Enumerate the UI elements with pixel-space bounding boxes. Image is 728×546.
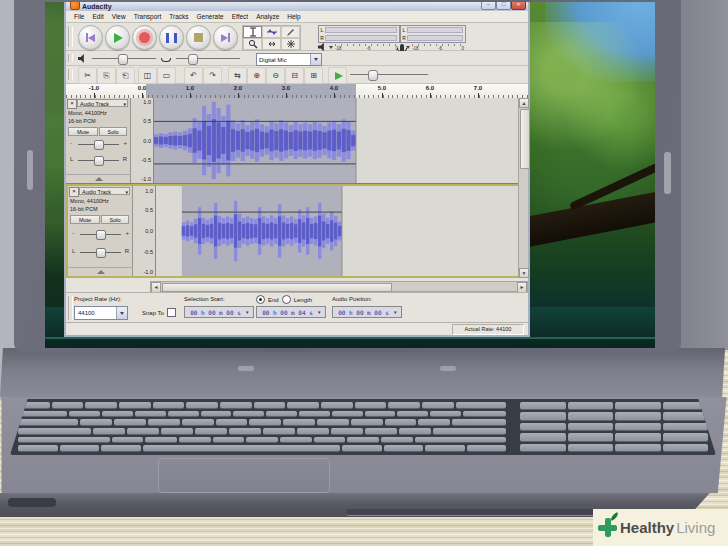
watermark-bold-text: Healthy — [620, 519, 674, 536]
scrollbar-thumb[interactable] — [162, 283, 392, 292]
menu-item-file[interactable]: File — [70, 13, 88, 20]
multi-tool-button[interactable] — [281, 38, 300, 50]
scrollbar-thumb[interactable] — [520, 109, 530, 169]
slider-thumb[interactable] — [94, 156, 104, 166]
envelope-tool-button[interactable] — [262, 26, 281, 38]
recording-meter[interactable]: L R — [400, 25, 466, 43]
length-radio[interactable] — [282, 295, 291, 304]
menu-item-help[interactable]: Help — [283, 13, 304, 20]
record-button[interactable] — [132, 25, 157, 50]
undo-button[interactable]: ↶ — [184, 67, 203, 84]
scrollbar-track[interactable]: ◄ ► — [150, 281, 528, 292]
slider-thumb[interactable] — [96, 230, 106, 240]
skip-to-end-button[interactable] — [213, 25, 238, 50]
keyboard-key — [195, 428, 227, 435]
zoom-out-button[interactable]: ⊖ — [266, 67, 285, 84]
waveform-display[interactable] — [156, 186, 520, 276]
slider-thumb[interactable] — [368, 70, 378, 81]
waveform-display[interactable] — [154, 98, 518, 183]
title-bar[interactable]: Audacity – □ × — [66, 2, 528, 11]
mute-button[interactable]: Mute — [68, 127, 98, 136]
solo-button[interactable]: Solo — [99, 127, 127, 136]
menu-item-edit[interactable]: Edit — [88, 13, 107, 20]
cut-button[interactable]: ✂ — [78, 67, 97, 84]
slider-thumb[interactable] — [188, 54, 198, 65]
chevron-down-icon[interactable] — [329, 46, 333, 49]
pan-slider[interactable]: L R — [72, 248, 129, 257]
play-button[interactable] — [105, 25, 130, 50]
menu-item-tracks[interactable]: Tracks — [165, 13, 192, 20]
toolbar-grabber[interactable] — [68, 69, 73, 80]
keyboard-key — [520, 412, 565, 420]
pause-button[interactable] — [159, 25, 184, 50]
menu-item-transport[interactable]: Transport — [130, 13, 166, 20]
vertical-scrollbar[interactable]: ▲ ▼ — [518, 98, 528, 278]
paste-button[interactable]: ⎗ — [116, 67, 135, 84]
fit-selection-button[interactable]: ⊟ — [285, 67, 304, 84]
time-shift-tool-button[interactable] — [262, 38, 281, 50]
trim-audio-button[interactable]: ◫ — [138, 67, 157, 84]
end-radio[interactable] — [256, 295, 265, 304]
input-volume-slider[interactable] — [176, 54, 240, 63]
output-volume-slider[interactable] — [92, 54, 156, 63]
copy-button[interactable]: ⎘ — [97, 67, 116, 84]
draw-tool-button[interactable] — [281, 26, 300, 38]
fit-project-button[interactable]: ⊞ — [304, 67, 323, 84]
chevron-down-icon[interactable]: ▾ — [318, 309, 325, 315]
project-rate-select[interactable]: 44100 — [74, 306, 128, 320]
audio-track-2[interactable]: × Audio Track Mono, 44100Hz 16-bit PCM M… — [66, 184, 518, 278]
audio-track-1[interactable]: × Audio Track Mono, 44100Hz 16-bit PCM M… — [66, 98, 518, 184]
slider-thumb[interactable] — [118, 54, 128, 65]
track-title-menu[interactable]: Audio Track — [77, 99, 128, 107]
snap-to-checkbox[interactable] — [167, 308, 176, 317]
input-device-select[interactable]: Digital Mic — [256, 53, 322, 66]
close-button[interactable]: × — [511, 2, 526, 10]
menu-item-view[interactable]: View — [108, 13, 130, 20]
scroll-down-button[interactable]: ▼ — [519, 268, 529, 278]
zoom-in-button[interactable]: ⊕ — [247, 67, 266, 84]
menu-item-effect[interactable]: Effect — [228, 13, 253, 20]
audio-position-field[interactable]: 00 h 00 m 00 s▾ — [332, 306, 402, 318]
gain-slider[interactable]: - + — [70, 140, 127, 149]
gain-slider[interactable]: - + — [72, 230, 129, 239]
audacity-window: Audacity – □ × FileEditViewTransportTrac… — [64, 2, 530, 337]
track-close-button[interactable]: × — [69, 187, 79, 197]
maximize-button[interactable]: □ — [496, 2, 511, 10]
combo-dropdown-button[interactable] — [116, 307, 127, 319]
redo-button[interactable]: ↷ — [203, 67, 222, 84]
keyboard-key — [615, 402, 660, 410]
toolbar-grabber[interactable] — [68, 54, 73, 62]
track-collapse-button[interactable] — [66, 174, 131, 183]
timeline-ruler[interactable]: -1.00.01.02.03.04.05.06.07.0 — [66, 84, 528, 99]
menu-item-analyze[interactable]: Analyze — [252, 13, 283, 20]
pan-slider[interactable]: L R — [70, 156, 127, 165]
combo-dropdown-button[interactable] — [310, 54, 321, 65]
slider-thumb[interactable] — [96, 248, 106, 258]
sync-lock-button[interactable]: ⇆ — [228, 67, 247, 84]
selection-end-field[interactable]: 00 h 00 m 04 s▾ — [256, 306, 326, 318]
mute-button[interactable]: Mute — [70, 215, 100, 224]
keyboard-key — [452, 419, 506, 426]
play-at-speed-button[interactable] — [328, 67, 347, 84]
scroll-up-button[interactable]: ▲ — [519, 98, 529, 108]
skip-to-start-button[interactable] — [78, 25, 103, 50]
silence-audio-button[interactable]: ▭ — [157, 67, 176, 84]
zoom-tool-button[interactable] — [243, 38, 262, 50]
toolbar-grabber[interactable] — [68, 26, 73, 47]
track-close-button[interactable]: × — [67, 99, 77, 109]
menu-item-generate[interactable]: Generate — [193, 13, 228, 20]
chevron-down-icon[interactable]: ▾ — [246, 309, 253, 315]
chevron-down-icon[interactable]: ▾ — [394, 309, 401, 315]
play-speed-slider[interactable] — [350, 70, 428, 79]
slider-thumb[interactable] — [94, 140, 104, 150]
track-title-menu[interactable]: Audio Track — [79, 187, 130, 195]
selection-tool-button[interactable] — [243, 26, 262, 38]
stop-button[interactable] — [186, 25, 211, 50]
horizontal-scrollbar[interactable]: ◄ ► — [66, 281, 528, 292]
playback-meter[interactable]: L R — [318, 25, 400, 43]
toolbar-grabber[interactable] — [68, 296, 73, 320]
track-collapse-button[interactable] — [68, 267, 133, 276]
solo-button[interactable]: Solo — [101, 215, 129, 224]
minimize-button[interactable]: – — [481, 2, 496, 10]
selection-start-field[interactable]: 00 h 00 m 00 s▾ — [184, 306, 254, 318]
